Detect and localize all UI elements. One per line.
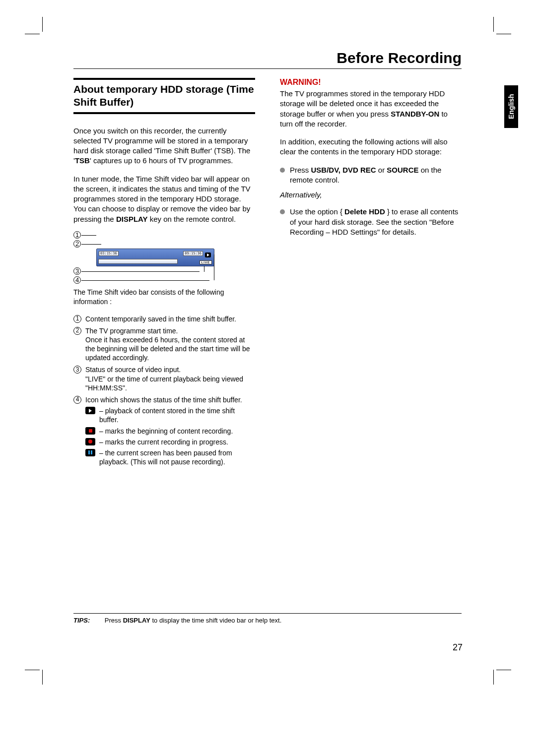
crop-mark (42, 670, 43, 685)
text: The TV programme start time. Once it has… (85, 327, 250, 362)
crop-mark (25, 670, 40, 670)
text: – the current screen has been paused fro… (99, 449, 232, 466)
bullet-item-1: Press USB/DV, DVD REC or SOURCE on the r… (280, 165, 462, 200)
buffer-fill (98, 259, 178, 264)
diagram-label-1: 1 (73, 231, 81, 239)
info-list: 1 Content temporarily saved in the time … (73, 315, 255, 467)
warning-bullets: Press USB/DV, DVD REC or SOURCE on the r… (280, 165, 462, 238)
text-bold: DISPLAY (116, 215, 148, 223)
playback-icon (85, 407, 95, 414)
time-shift-diagram: 1 2 3 4 03:15:36 09:15:36 LIVE (73, 232, 217, 282)
text-bold: STANDBY-ON (391, 110, 439, 118)
diagram-leader (81, 244, 101, 245)
record-progress-icon (85, 438, 95, 445)
crop-mark (42, 17, 43, 32)
section-title-box: About temporary HDD storage (Time Shift … (73, 78, 255, 114)
text: Content temporarily saved in the time sh… (85, 315, 236, 323)
text: – playback of content stored in the time… (99, 407, 235, 424)
text: or (376, 166, 387, 174)
diagram-leader (81, 280, 209, 281)
text: key on the remote control. (148, 215, 236, 223)
diagram-label-3: 3 (73, 267, 81, 275)
play-icon (205, 252, 211, 257)
text: to display the time shift video bar or h… (150, 617, 281, 624)
info-item-3: 3 Status of source of video input. "LIVE… (73, 365, 255, 392)
tips-label: TIPS: (73, 617, 90, 624)
circled-number: 4 (73, 396, 81, 404)
record-begin-icon (85, 427, 95, 435)
section-title: About temporary HDD storage (Time Shift … (73, 83, 255, 109)
para-videobar: In tuner mode, the Time Shift video bar … (73, 174, 255, 224)
icon-item-play: – playback of content stored in the time… (85, 406, 255, 424)
text: – marks the current recording in progres… (99, 438, 228, 446)
text-bold: USB/DV, DVD REC (311, 166, 376, 174)
info-item-1: 1 Content temporarily saved in the time … (73, 315, 255, 323)
left-column: About temporary HDD storage (Time Shift … (73, 78, 255, 469)
warning-heading: WARNING! (280, 78, 462, 87)
text: Use the option { (290, 207, 344, 216)
crop-mark (496, 34, 511, 34)
page-content: Before Recording About temporary HDD sto… (73, 50, 462, 469)
page-title: Before Recording (73, 50, 462, 69)
tips-footer: TIPS: Press DISPLAY to display the time … (73, 613, 462, 624)
page-number: 27 (453, 642, 463, 653)
diagram-label-2: 2 (73, 240, 81, 248)
info-item-2: 2 The TV programme start time. Once it h… (73, 326, 255, 363)
now-time-pill: 09:15:36 (183, 251, 203, 256)
text-bold: DISPLAY (123, 617, 150, 624)
pause-icon (85, 449, 95, 456)
alternatively-label: Alternatively, (280, 190, 462, 200)
text: – marks the beginning of content recordi… (99, 427, 233, 435)
diagram-leader (204, 266, 204, 272)
language-tab: English (504, 85, 518, 128)
bullet-item-2: Use the option { Delete HDD } to erase a… (280, 207, 462, 237)
crop-mark (496, 670, 511, 670)
info-item-4: 4 Icon which shows the status of the tim… (73, 395, 255, 466)
text: Press (105, 617, 123, 624)
right-column: WARNING! The TV programmes stored in the… (280, 78, 462, 469)
text-bold: SOURCE (387, 166, 418, 174)
live-badge: LIVE (200, 260, 212, 264)
start-time-pill: 03:15:36 (99, 251, 119, 256)
circled-number: 3 (73, 366, 81, 374)
text-bold: TSB (75, 156, 90, 165)
icon-item-rec-progress: – marks the current recording in progres… (85, 438, 255, 446)
diagram-label-4: 4 (73, 276, 81, 284)
crop-mark (493, 17, 494, 32)
circled-number: 2 (73, 327, 81, 335)
diagram-leader (81, 271, 200, 272)
para-videobar-consists: The Time Shift video bar consists of the… (73, 288, 255, 307)
icon-item-pause: – the current screen has been paused fro… (85, 448, 255, 466)
text: Icon which shows the status of the time … (85, 396, 242, 404)
text-bold: Delete HDD (344, 207, 385, 216)
icon-sublist: – playback of content stored in the time… (85, 406, 255, 466)
diagram-leader (81, 235, 96, 236)
para-tsb-intro: Once you switch on this recorder, the cu… (73, 126, 255, 166)
circled-number: 1 (73, 315, 81, 323)
crop-mark (25, 34, 40, 34)
text: Press (290, 166, 311, 174)
crop-mark (493, 670, 494, 685)
text: ' captures up to 6 hours of TV programme… (90, 156, 233, 165)
text: Status of source of video input. "LIVE" … (85, 366, 243, 391)
video-bar: 03:15:36 09:15:36 LIVE (96, 249, 214, 266)
diagram-leader (214, 254, 214, 280)
icon-item-rec-begin: – marks the beginning of content recordi… (85, 427, 255, 436)
warning-para-1: The TV programmes stored in the temporar… (280, 89, 462, 129)
warning-para-2: In addition, executing the following act… (280, 137, 462, 157)
